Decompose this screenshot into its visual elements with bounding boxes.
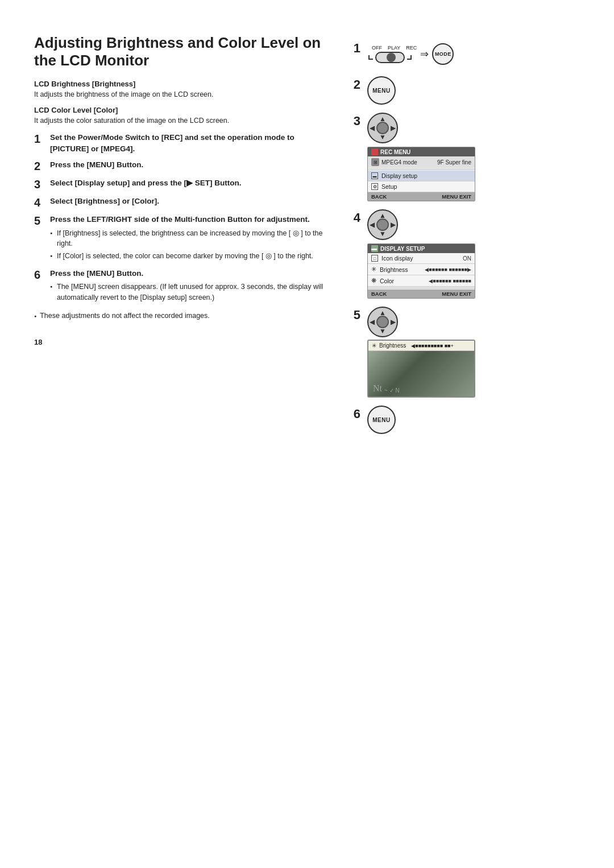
color-row: ❋ Color ◀■■■■■■ ■■■■■■: [368, 275, 475, 287]
step-text-4: Select [Brightness] or [Color].: [50, 196, 330, 209]
step-num-right-1: 1: [347, 40, 360, 56]
joystick-up-arrow: ▲: [379, 309, 386, 317]
mode-label: MODE: [435, 51, 451, 57]
display-setup-row: ▬ Display setup: [368, 171, 475, 181]
sub-bullet: The [MENU] screen disappears. (If left u…: [50, 282, 330, 303]
back-label-2: BACK: [371, 291, 387, 297]
right-column: 1 OFF PLAY REC: [347, 34, 586, 442]
step-num-5: 5: [34, 214, 45, 263]
image-overlay-marks: ~ ✓ N: [384, 387, 400, 394]
step-num-2: 2: [34, 159, 45, 173]
mpeg-icon: ⊞: [371, 158, 379, 166]
step-visual-1: OFF PLAY REC ⇒: [367, 40, 586, 68]
rec-icon: [371, 148, 378, 155]
step-num-3: 3: [34, 177, 45, 191]
step-row-4: 4 ▲ ▼ ◀ ▶ ▬ DISPLAY SETUP: [347, 209, 586, 299]
menu-label: MENU: [372, 88, 390, 94]
joystick-inner: [376, 122, 389, 134]
brightness-row: ✳ Brightness ◀■■■■■■ ■■■■■■▶: [368, 264, 475, 275]
setup-row: ⚙ Setup: [368, 181, 475, 192]
brightness-bar-slider: ◀■■■■■■■■■ ■■+: [411, 343, 454, 349]
step-row-1: 1 OFF PLAY REC: [347, 40, 586, 68]
rec-menu-header: REC MENU: [368, 147, 475, 156]
brightness-bar: ✳ Brightness ◀■■■■■■■■■ ■■+: [368, 341, 474, 351]
joystick-up-arrow: ▲: [379, 212, 386, 220]
setup-label: Setup: [381, 183, 471, 190]
display-setup-title: DISPLAY SETUP: [380, 246, 425, 252]
brightness-icon: ✳: [371, 266, 376, 273]
joystick-down-arrow: ▼: [379, 327, 386, 335]
list-item: 2 Press the [MENU] Button.: [34, 159, 330, 173]
step-row-6: 6 MENU: [347, 406, 586, 434]
step-text-6: Press the [MENU] Button. The [MENU] scre…: [50, 268, 330, 305]
icon-display-row: □ Icon display ON: [368, 253, 475, 264]
switch-knob: [387, 53, 396, 62]
step-visual-4: ▲ ▼ ◀ ▶ ▬ DISPLAY SETUP □ Icon d: [367, 209, 586, 299]
page-title: Adjusting Brightness and Color Level on …: [34, 34, 330, 69]
display-setup-screen: ▬ DISPLAY SETUP □ Icon display ON ✳ Brig…: [367, 243, 475, 299]
joystick-left-arrow: ◀: [370, 221, 375, 229]
display-setup-label: Display setup: [381, 172, 471, 179]
lcd-color-desc: It adjusts the color saturation of the i…: [34, 115, 330, 126]
brightness-image-content: Nt ~ ✓ N: [368, 351, 474, 396]
joystick-visual-5: ▲ ▼ ◀ ▶: [367, 307, 398, 337]
back-label: BACK: [371, 193, 387, 200]
brightness-label: Brightness: [380, 266, 421, 273]
menu-button-visual-6: MENU: [367, 406, 396, 434]
display-icon: ▬: [371, 172, 378, 179]
step-num-6: 6: [34, 268, 45, 305]
icon-display-label: Icon display: [381, 255, 459, 262]
list-item: 6 Press the [MENU] Button. The [MENU] sc…: [34, 268, 330, 305]
joystick-right-arrow: ▶: [391, 124, 396, 132]
list-item: 1 Set the Power/Mode Switch to [REC] and…: [34, 132, 330, 155]
step-text-3: Select [Display setup] and press the [▶ …: [50, 177, 330, 191]
icon-display-value: ON: [463, 255, 471, 262]
step-visual-3: ▲ ▼ ◀ ▶ REC MENU ⊞: [367, 113, 586, 201]
lcd-color-section: LCD Color Level [Color] It adjusts the c…: [34, 106, 330, 126]
setup-icon: ⚙: [371, 183, 378, 190]
joystick-inner: [376, 316, 389, 328]
rec-menu-screen: REC MENU ⊞ MPEG4 mode 9F Super fine ▬ Di…: [367, 147, 475, 201]
mode-button: MODE: [432, 43, 454, 65]
step-num-right-2: 2: [347, 76, 360, 92]
joystick-visual-3: ▲ ▼ ◀ ▶: [367, 113, 398, 143]
joystick-left-arrow: ◀: [370, 124, 375, 132]
step-num-4: 4: [34, 196, 45, 209]
sub-bullet: If [Brightness] is selected, the brightn…: [50, 228, 330, 250]
step-visual-6: MENU: [367, 406, 586, 434]
step-text-1: Set the Power/Mode Switch to [REC] and s…: [50, 132, 330, 155]
mpeg-label: MPEG4 mode: [381, 159, 417, 166]
joystick-visual-4: ▲ ▼ ◀ ▶: [367, 209, 398, 240]
color-label: Color: [380, 278, 425, 284]
mpeg-row: ⊞ MPEG4 mode 9F Super fine: [368, 156, 475, 168]
lcd-color-label: LCD Color Level [Color]: [34, 106, 330, 114]
joystick-down-arrow: ▼: [379, 133, 386, 141]
display-header-icon: ▬: [371, 245, 378, 252]
step-num-1: 1: [34, 132, 45, 155]
menu-exit-label: MENU EXIT: [442, 193, 471, 200]
step-row-2: 2 MENU: [347, 76, 586, 105]
mpeg-value: 9F Super fine: [437, 159, 471, 166]
lcd-brightness-label: LCD Brightness [Brightness]: [34, 80, 330, 88]
play-label: PLAY: [388, 45, 400, 51]
page-number: 18: [34, 338, 330, 346]
step-row-3: 3 ▲ ▼ ◀ ▶ REC MENU: [347, 113, 586, 201]
rec-menu-title: REC MENU: [380, 149, 410, 155]
note-item: These adjustments do not affect the reco…: [34, 311, 330, 321]
monitor-icon: □: [371, 255, 378, 262]
lcd-brightness-section: LCD Brightness [Brightness] It adjusts t…: [34, 80, 330, 100]
rec-label: REC: [406, 45, 417, 51]
joystick-down-arrow: ▼: [379, 230, 386, 238]
joystick-right-arrow: ▶: [391, 221, 396, 229]
brightness-slider: ◀■■■■■■ ■■■■■■▶: [425, 267, 471, 272]
joystick-up-arrow: ▲: [379, 115, 386, 123]
step-num-right-6: 6: [347, 406, 360, 421]
step-text-2: Press the [MENU] Button.: [50, 159, 330, 173]
color-slider: ◀■■■■■■ ■■■■■■: [429, 278, 471, 284]
steps-list: 1 Set the Power/Mode Switch to [REC] and…: [34, 132, 330, 305]
lcd-brightness-desc: It adjusts the brightness of the image o…: [34, 89, 330, 100]
color-icon: ❋: [371, 277, 376, 284]
step-visual-2: MENU: [367, 76, 586, 105]
step-visual-5: ▲ ▼ ◀ ▶ ✳ Brightness ◀■■■■■■■■■ ■■+: [367, 307, 586, 398]
menu-label-6: MENU: [372, 417, 390, 423]
